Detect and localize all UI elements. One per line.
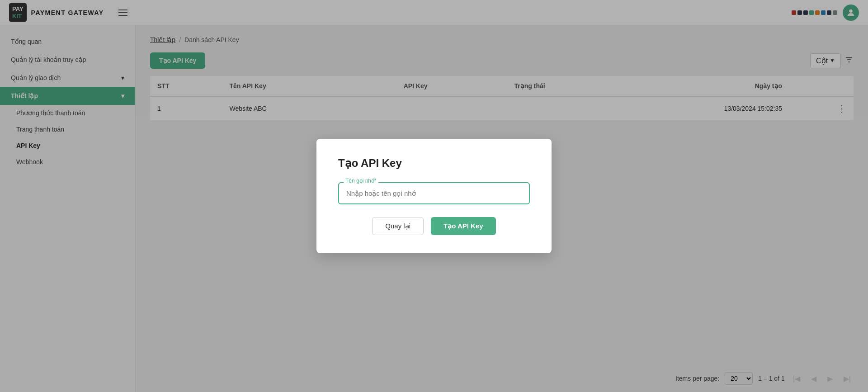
form-label-nickname: Tên gọi nhớ*	[344, 178, 378, 184]
confirm-create-button[interactable]: Tạo API Key	[431, 217, 496, 235]
nickname-input[interactable]	[338, 182, 530, 204]
create-api-key-modal: Tạo API Key Tên gọi nhớ* Quay lại Tạo AP…	[316, 139, 552, 253]
modal-title: Tạo API Key	[338, 157, 530, 170]
modal-overlay: Tạo API Key Tên gọi nhớ* Quay lại Tạo AP…	[0, 0, 868, 392]
modal-actions: Quay lại Tạo API Key	[338, 217, 530, 235]
cancel-button[interactable]: Quay lại	[372, 217, 424, 235]
form-group-nickname: Tên gọi nhớ*	[338, 182, 530, 204]
